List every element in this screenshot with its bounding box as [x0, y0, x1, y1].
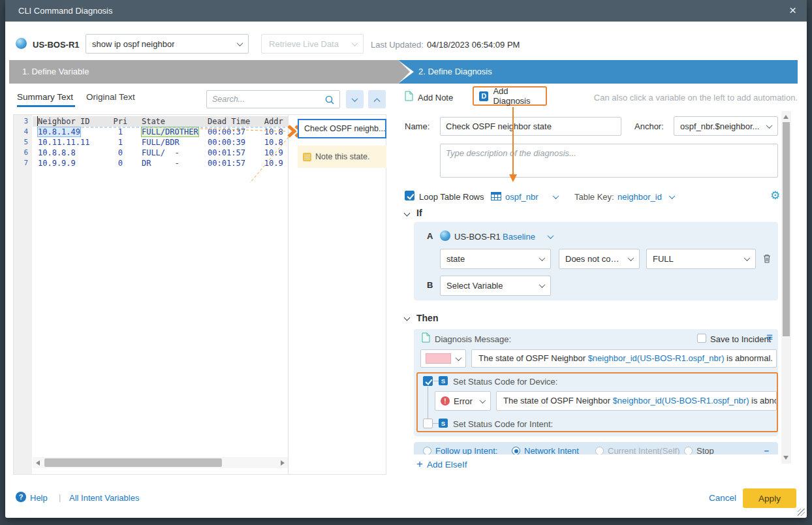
scroll-right-icon[interactable]: [281, 460, 285, 466]
resize-handle[interactable]: [798, 509, 805, 516]
step-define-variable-label: 1. Define Variable: [9, 60, 398, 84]
description-textarea[interactable]: [440, 144, 778, 178]
menu-icon[interactable]: ≡: [766, 331, 773, 344]
current-intent-radio[interactable]: [595, 447, 604, 454]
cli-text-area[interactable]: Neighbor ID Pri State Dead Time Addr 10.…: [33, 115, 288, 454]
cancel-button[interactable]: Cancel: [709, 493, 736, 503]
add-elseif-button[interactable]: Add ElseIf: [427, 460, 467, 469]
device-icon: [440, 231, 450, 241]
condition-variable-select[interactable]: state: [440, 249, 551, 269]
cli-text: 1: [80, 127, 142, 136]
step-define-diagnosis[interactable]: 2. Define Diagnosis: [387, 60, 798, 84]
help-icon: ?: [16, 492, 26, 502]
find-next-button[interactable]: [346, 90, 364, 108]
loop-table-rows-checkbox[interactable]: [405, 191, 414, 200]
table-key-select[interactable]: neighbor_id: [617, 192, 662, 202]
follow-up-intent-row: Follow up Intent: Network Intent Current…: [414, 442, 778, 454]
condition-b-variable-select[interactable]: Select Variable: [440, 276, 551, 296]
baseline-select[interactable]: Baseline: [503, 232, 535, 242]
anchor-select[interactable]: ospf_nbr.$neighbor...: [674, 116, 778, 136]
status-intent-checkbox[interactable]: [423, 419, 433, 428]
apply-button-label: Apply: [758, 494, 781, 503]
chevron-down-icon: [539, 255, 546, 261]
last-updated-value: 04/18/2023 06:54:09 PM: [427, 40, 520, 50]
text-cursor: [37, 116, 38, 126]
diagnosis-message-input[interactable]: The state of OSPF Neighbor $neighbor_id(…: [471, 349, 777, 368]
condition-operator-select[interactable]: Does not contain: [559, 249, 640, 269]
tab-summary-text[interactable]: Summary Text: [17, 92, 73, 102]
status-level-select[interactable]: ! Error: [435, 391, 491, 411]
condition-operator-value: Does not contain: [565, 254, 623, 264]
loop-table-select[interactable]: ospf_nbr: [505, 192, 539, 202]
horizontal-scrollbar[interactable]: [33, 457, 288, 468]
message-page-icon: [422, 332, 430, 343]
add-note-button[interactable]: Add Note: [418, 93, 453, 103]
chevron-down-icon: [669, 193, 676, 199]
help-link[interactable]: Help: [30, 493, 48, 503]
checkbox-connector-line: [428, 387, 428, 423]
search-input[interactable]: [212, 91, 317, 107]
variable-state-highlight[interactable]: FULL/DROTHER: [142, 127, 198, 136]
condition-a-label: A: [427, 231, 433, 241]
vertical-scrollbar-thumb[interactable]: [783, 122, 790, 336]
status-device-checkbox[interactable]: [423, 376, 433, 386]
chevron-down-icon: [628, 255, 634, 261]
command-select[interactable]: show ip ospf neighbor: [86, 34, 249, 54]
network-intent-radio[interactable]: [512, 447, 520, 454]
status-message-variable: $neighbor_id(US-BOS-R1.ospf_nbr): [613, 396, 749, 406]
follow-up-intent-label: Follow up Intent:: [435, 446, 497, 454]
message-suffix: is abnormal.: [724, 353, 772, 363]
then-collapse-icon[interactable]: [404, 315, 411, 321]
color-swatch-pink: [426, 353, 451, 364]
plus-icon[interactable]: +: [416, 458, 423, 471]
dialog-title: CLI Command Diagnosis: [18, 0, 113, 22]
cli-text: 10.9.9.9 0 DR - 00:01:57 10.9: [38, 159, 283, 168]
retrieve-live-data-button[interactable]: Retrieve Live Data: [261, 34, 347, 54]
cli-header-text: Neighbor ID Pri State Dead Time Addr: [38, 117, 283, 126]
horizontal-scrollbar-thumb[interactable]: [44, 458, 222, 467]
if-collapse-icon[interactable]: [404, 210, 411, 217]
message-color-select[interactable]: [420, 349, 466, 368]
condition-device-name: US-BOS-R1: [454, 232, 501, 242]
status-device-message-input[interactable]: The state of OSPF Neighbor $neighbor_id(…: [496, 391, 777, 411]
stop-radio[interactable]: [684, 447, 693, 454]
add-diagnosis-button[interactable]: D Add Diagnosis: [473, 86, 547, 106]
condition-value-select[interactable]: FULL: [646, 249, 756, 269]
chevron-down-icon: [744, 255, 751, 261]
cli-text: 10.11.11.11 1 FULL/BDR 00:00:39 10.8: [38, 138, 283, 147]
find-previous-button[interactable]: [368, 90, 386, 108]
all-intent-variables-link[interactable]: All Intent Variables: [69, 493, 139, 503]
step-define-diagnosis-label: 2. Define Diagnosis: [387, 60, 798, 84]
save-to-incident-checkbox[interactable]: [697, 334, 706, 343]
scroll-down-icon[interactable]: [783, 456, 789, 460]
gear-icon[interactable]: ⚙: [770, 190, 780, 201]
name-input[interactable]: [440, 117, 621, 136]
checkbox-connector-stub: [433, 381, 439, 381]
cli-row: 10.8.1.49 1 FULL/DROTHER 00:00:37 10.8: [33, 127, 283, 137]
annotation-diagnosis-box[interactable]: Check OSPF neighb...: [298, 119, 386, 138]
tab-original-text[interactable]: Original Text: [86, 92, 135, 102]
line-number: 4: [14, 127, 28, 137]
variable-neighbor-id-highlight[interactable]: 10.8.1.49: [38, 127, 80, 136]
automation-hint: Can also click a variable on the left to…: [594, 93, 798, 103]
retrieve-options-button[interactable]: [346, 34, 364, 54]
error-icon: !: [441, 396, 450, 406]
follow-up-radio[interactable]: [423, 447, 431, 454]
scroll-up-icon[interactable]: [783, 115, 789, 119]
vertical-scrollbar[interactable]: [781, 111, 791, 464]
apply-button[interactable]: Apply: [743, 488, 796, 508]
last-updated-label: Last Updated:: [371, 40, 424, 50]
minus-icon[interactable]: −: [764, 446, 769, 454]
chevron-down-icon: [766, 122, 773, 129]
table-icon: [491, 192, 501, 200]
line-number: 7: [14, 158, 28, 168]
delete-condition-trash-icon[interactable]: [762, 253, 772, 264]
scroll-left-icon[interactable]: [36, 460, 40, 466]
then-section-label: Then: [416, 313, 438, 323]
status-level-value: Error: [454, 396, 478, 406]
annotation-note-box[interactable]: Note this state.: [298, 146, 386, 168]
cli-text: 10.8.8.8 0 FULL/ - 00:01:57 10.9: [38, 148, 283, 157]
close-icon[interactable]: ×: [787, 0, 799, 20]
step-define-variable[interactable]: 1. Define Variable: [9, 60, 398, 84]
table-key-label: Table Key:: [574, 192, 614, 202]
